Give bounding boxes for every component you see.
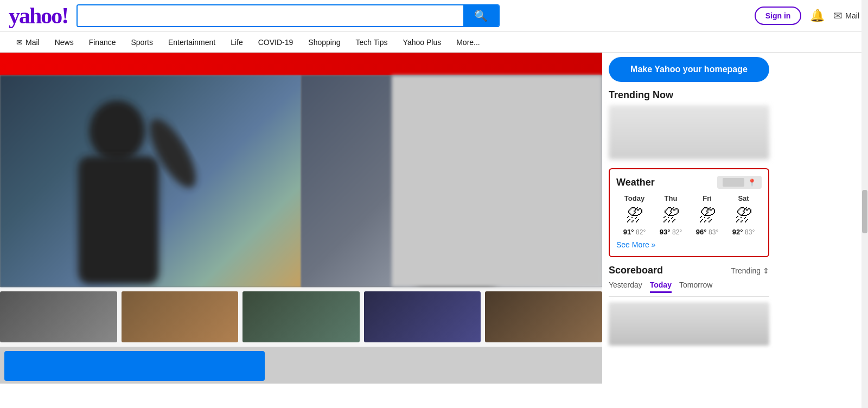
weather-widget: Weather 📍 Today ⛈ 91° 82° — [609, 168, 769, 257]
scoreboard-tabs: Yesterday Today Tomorrow — [609, 280, 769, 297]
weather-temps-today: 91° 82° — [616, 228, 653, 236]
nav-item-sports[interactable]: Sports — [124, 32, 161, 52]
sort-arrows-icon: ⇕ — [763, 266, 769, 275]
temp-high-sat: 92° — [732, 228, 743, 236]
nav-item-yahooplus[interactable]: Yahoo Plus — [395, 32, 449, 52]
weather-day-fri[interactable]: Fri ⛈ 96° 83° — [689, 194, 725, 236]
header-right: Sign in 🔔 ✉ Mail — [755, 7, 859, 25]
nav-mail-icon: ✉ — [16, 38, 23, 47]
temp-low-thu: 82° — [672, 228, 682, 236]
svg-rect-1 — [78, 156, 159, 284]
scoreboard-tab-today[interactable]: Today — [650, 280, 672, 293]
trending-sort-label: Trending — [731, 266, 761, 275]
nav-mail-label: Mail — [25, 38, 40, 47]
scoreboard-header: Scoreboard Trending ⇕ — [609, 265, 769, 276]
main-content: Make Yahoo your homepage Trending Now We… — [0, 53, 868, 384]
scrollbar[interactable] — [861, 0, 868, 408]
weather-temps-thu: 93° 82° — [653, 228, 689, 236]
nav-item-covid19[interactable]: COVID-19 — [251, 32, 301, 52]
weather-title: Weather — [616, 177, 655, 188]
thumbnail-3[interactable] — [242, 291, 360, 342]
nav-item-life[interactable]: Life — [223, 32, 251, 52]
weather-icon-thu: ⛈ — [653, 206, 689, 226]
trending-title: Trending Now — [609, 90, 769, 101]
hero-images — [0, 75, 602, 287]
mail-envelope-icon: ✉ — [833, 9, 843, 22]
scoreboard-tab-tomorrow[interactable]: Tomorrow — [679, 280, 712, 293]
weather-temps-sat: 92° 83° — [725, 228, 762, 236]
weather-header: Weather 📍 — [616, 176, 762, 189]
day-label-fri: Fri — [689, 194, 725, 202]
temp-low-fri: 83° — [709, 228, 718, 236]
nav-item-shopping[interactable]: Shopping — [301, 32, 348, 52]
temp-low-sat: 83° — [745, 228, 755, 236]
location-pin-icon: 📍 — [748, 178, 756, 187]
scoreboard-tab-yesterday[interactable]: Yesterday — [609, 280, 642, 293]
weather-icon-today: ⛈ — [616, 206, 653, 226]
mail-link[interactable]: ✉ Mail — [833, 9, 859, 22]
weather-day-today[interactable]: Today ⛈ 91° 82° — [616, 194, 653, 236]
make-homepage-button[interactable]: Make Yahoo your homepage — [609, 57, 769, 82]
day-label-sat: Sat — [725, 194, 762, 202]
day-label-thu: Thu — [653, 194, 689, 202]
weather-location-button[interactable]: 📍 — [717, 176, 762, 189]
day-label-today: Today — [616, 194, 653, 202]
hero-red-bar — [0, 53, 602, 75]
thumbnails-row — [0, 287, 602, 347]
weather-icon-fri: ⛈ — [689, 206, 725, 226]
thumbnail-1[interactable] — [0, 291, 117, 342]
scrollbar-thumb[interactable] — [862, 190, 867, 233]
nav-item-news[interactable]: News — [47, 32, 81, 52]
scoreboard-section: Scoreboard Trending ⇕ Yesterday Today To… — [609, 265, 769, 346]
center-column — [0, 53, 602, 384]
weather-temps-fri: 96° 83° — [689, 228, 725, 236]
weather-days: Today ⛈ 91° 82° Thu ⛈ 93° 82° — [616, 194, 762, 236]
weather-icon-sat: ⛈ — [725, 206, 762, 226]
main-nav: ✉ Mail News Finance Sports Entertainment… — [0, 32, 868, 53]
temp-high-today: 91° — [623, 228, 634, 236]
scoreboard-content — [609, 302, 769, 346]
scoreboard-title: Scoreboard — [609, 265, 663, 276]
search-icon: 🔍 — [474, 9, 488, 22]
temp-high-fri: 96° — [696, 228, 707, 236]
weather-day-sat[interactable]: Sat ⛈ 92° 83° — [725, 194, 762, 236]
nav-item-entertainment[interactable]: Entertainment — [161, 32, 223, 52]
search-input[interactable] — [78, 5, 463, 26]
hero-image-left — [0, 75, 301, 287]
weather-see-more-link[interactable]: See More » — [616, 240, 655, 249]
header: yahoo! 🔍 Sign in 🔔 ✉ Mail — [0, 0, 868, 32]
thumbnail-5[interactable] — [485, 291, 602, 342]
weather-day-thu[interactable]: Thu ⛈ 93° 82° — [653, 194, 689, 236]
temp-high-thu: 93° — [660, 228, 671, 236]
search-button[interactable]: 🔍 — [463, 5, 499, 26]
trending-section: Trending Now — [609, 90, 769, 160]
news-hero — [0, 53, 602, 384]
trending-content — [609, 105, 769, 160]
scoreboard-trending-sort[interactable]: Trending ⇕ — [731, 266, 769, 275]
right-sidebar: Make Yahoo your homepage Trending Now We… — [602, 53, 776, 384]
nav-item-mail[interactable]: ✉ Mail — [9, 32, 47, 52]
notification-bell-icon[interactable]: 🔔 — [810, 9, 825, 23]
temp-low-today: 82° — [636, 228, 646, 236]
mail-label: Mail — [845, 11, 859, 20]
nav-item-finance[interactable]: Finance — [81, 32, 124, 52]
nav-item-techtips[interactable]: Tech Tips — [348, 32, 395, 52]
search-bar: 🔍 — [76, 4, 500, 27]
yahoo-logo[interactable]: yahoo! — [9, 4, 68, 27]
sign-in-button[interactable]: Sign in — [755, 7, 802, 25]
svg-point-0 — [90, 100, 145, 162]
thumbnail-4[interactable] — [364, 291, 481, 342]
thumbnail-2[interactable] — [122, 291, 239, 342]
nav-item-more[interactable]: More... — [449, 32, 488, 52]
blue-cta-banner[interactable] — [4, 351, 265, 381]
